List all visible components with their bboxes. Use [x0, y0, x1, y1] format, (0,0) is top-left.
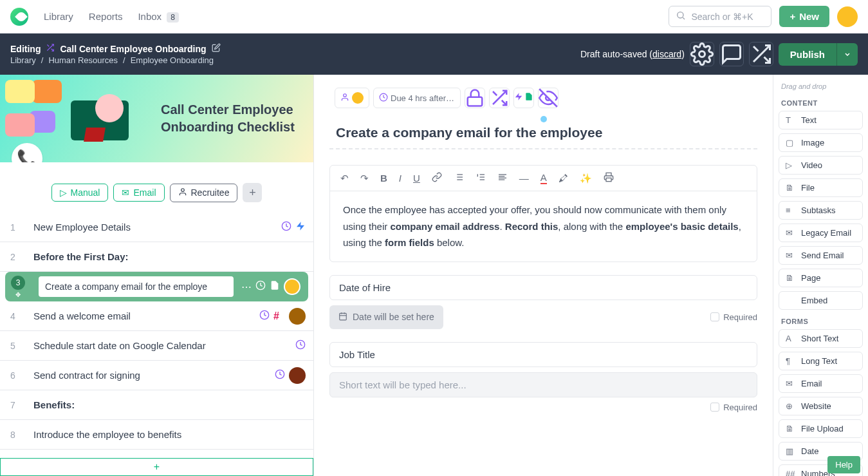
form-block-file-upload[interactable]: 🗎File Upload	[779, 419, 863, 438]
person-icon	[178, 187, 187, 198]
step-number: 2	[0, 252, 26, 262]
italic-icon[interactable]: I	[399, 173, 402, 184]
crumb-hr[interactable]: Human Resources	[48, 55, 118, 65]
new-button[interactable]: + New	[779, 6, 829, 27]
hero-banner: Call Center Employee Onboarding Checklis…	[0, 75, 313, 162]
discard-link[interactable]: discard	[652, 49, 681, 59]
underline-icon[interactable]: U	[413, 173, 420, 184]
content-block-subtasks[interactable]: ≡Subtasks	[779, 201, 863, 220]
form-field-date: Date of Hire Date will be set here Requi…	[329, 275, 757, 329]
assignee-avatar[interactable]	[284, 278, 300, 295]
add-tag-button[interactable]: +	[243, 183, 262, 202]
bullet-list-icon[interactable]	[454, 172, 464, 184]
content-block-video[interactable]: ▷Video	[779, 156, 863, 175]
more-icon[interactable]: ⋯	[241, 281, 252, 293]
slack-icon	[273, 310, 285, 322]
block-label: Video	[801, 160, 822, 170]
drag-handle[interactable]	[540, 116, 547, 122]
automation-button[interactable]	[513, 88, 534, 108]
nav-library[interactable]: Library	[44, 11, 73, 22]
step-row-active[interactable]: 3 ✥ ⋯	[5, 272, 308, 301]
edit-title-icon[interactable]	[212, 43, 221, 54]
tag-manual[interactable]: ▷ Manual	[51, 184, 109, 202]
clear-format-icon[interactable]: ✨	[580, 173, 592, 184]
field-label[interactable]: Job Title	[329, 342, 757, 367]
step-row[interactable]: 1 New Employee Details	[0, 213, 313, 242]
form-block-short-text[interactable]: AShort Text	[779, 329, 863, 348]
publish-dropdown[interactable]	[836, 43, 858, 66]
step-row[interactable]: 6 Send contract for signing	[0, 361, 313, 390]
field-label[interactable]: Date of Hire	[329, 275, 757, 300]
comments-button[interactable]	[719, 42, 744, 66]
settings-button[interactable]	[690, 42, 714, 66]
clock-icon	[255, 280, 266, 293]
content-block-page[interactable]: 🗎Page	[779, 269, 863, 287]
link-icon[interactable]	[432, 172, 442, 184]
content-block-image[interactable]: ▢Image	[779, 133, 863, 152]
tag-email[interactable]: ✉ Email	[113, 184, 164, 202]
help-button[interactable]: Help	[827, 456, 860, 473]
align-icon[interactable]	[497, 172, 508, 184]
logo[interactable]	[10, 8, 28, 26]
step-row[interactable]: 5 Schedule start date on Google Calendar	[0, 331, 313, 361]
bolt-icon	[514, 92, 523, 104]
clock-icon	[295, 339, 306, 352]
step-row[interactable]: 8 Introduce the employee to benefits	[0, 420, 313, 450]
tag-recruitee[interactable]: Recruitee	[170, 184, 238, 202]
assignee-picker[interactable]	[335, 88, 369, 108]
block-label: Text	[801, 115, 817, 125]
form-block-website[interactable]: ⊕Website	[779, 397, 863, 415]
block-icon: ¶	[786, 356, 796, 366]
redo-icon[interactable]: ↷	[360, 173, 369, 184]
step-row[interactable]: 7 Benefits:	[0, 390, 313, 420]
crumb-library[interactable]: Library	[10, 55, 36, 65]
block-icon: 🗎	[786, 273, 796, 283]
drag-icon[interactable]: ✥	[15, 291, 21, 298]
step-number: 5	[0, 341, 26, 351]
inbox-count-badge: 8	[167, 12, 179, 23]
content-block-embed[interactable]: Embed	[779, 291, 863, 310]
add-step-button[interactable]: +	[0, 458, 313, 476]
content-block-file[interactable]: 🗎File	[779, 178, 863, 197]
step-title: New Employee Details	[33, 214, 273, 240]
block-label: File Upload	[801, 424, 844, 433]
bold-icon[interactable]: B	[380, 173, 387, 184]
nav-inbox[interactable]: Inbox 8	[138, 11, 179, 22]
task-title[interactable]: Create a company email for the employee	[329, 122, 757, 149]
content-block-text[interactable]: TText	[779, 111, 863, 129]
visibility-button[interactable]	[538, 88, 559, 108]
form-block-email[interactable]: ✉Email	[779, 374, 863, 393]
assignee-avatar[interactable]	[289, 367, 306, 384]
undo-icon[interactable]: ↶	[340, 173, 349, 184]
print-icon[interactable]	[604, 172, 614, 184]
publish-button[interactable]: Publish	[779, 43, 836, 66]
content-block-legacy-email[interactable]: ✉Legacy Email	[779, 224, 863, 242]
step-title-input[interactable]	[39, 276, 234, 297]
crumb-onboarding[interactable]: Employee Onboarding	[131, 55, 214, 65]
hr-icon[interactable]: —	[519, 173, 529, 184]
numbered-list-icon[interactable]	[476, 172, 486, 184]
search-input[interactable]: Search or ⌘+K	[669, 6, 771, 27]
date-input[interactable]: Date will be set here	[329, 305, 443, 329]
text-input[interactable]: Short text will be typed here...	[329, 372, 757, 397]
due-date-pill[interactable]: Due 4 hrs after ...	[373, 88, 461, 108]
block-icon: ⊕	[786, 401, 796, 411]
shuffle-button[interactable]	[749, 42, 773, 66]
required-toggle[interactable]: Required	[710, 312, 757, 322]
step-row[interactable]: 2 Before the First Day:	[0, 242, 313, 272]
step-row[interactable]: 4 Send a welcome email	[0, 301, 313, 331]
form-block-long-text[interactable]: ¶Long Text	[779, 352, 863, 370]
required-toggle[interactable]: Required	[710, 403, 757, 412]
text-content[interactable]: Once the employee has accepted your offe…	[330, 191, 757, 262]
highlight-icon[interactable]: 🖍	[559, 173, 568, 184]
nav-reports[interactable]: Reports	[89, 11, 123, 22]
content-block-send-email[interactable]: ✉Send Email	[779, 246, 863, 265]
shuffle-button[interactable]	[489, 88, 510, 108]
new-button-label: New	[799, 11, 819, 22]
assignee-avatar[interactable]	[289, 308, 306, 325]
text-color-icon[interactable]: A	[540, 172, 547, 184]
user-avatar[interactable]	[837, 6, 858, 27]
lock-button[interactable]	[465, 88, 485, 108]
clock-icon	[275, 369, 285, 382]
block-label: Legacy Email	[801, 228, 851, 238]
